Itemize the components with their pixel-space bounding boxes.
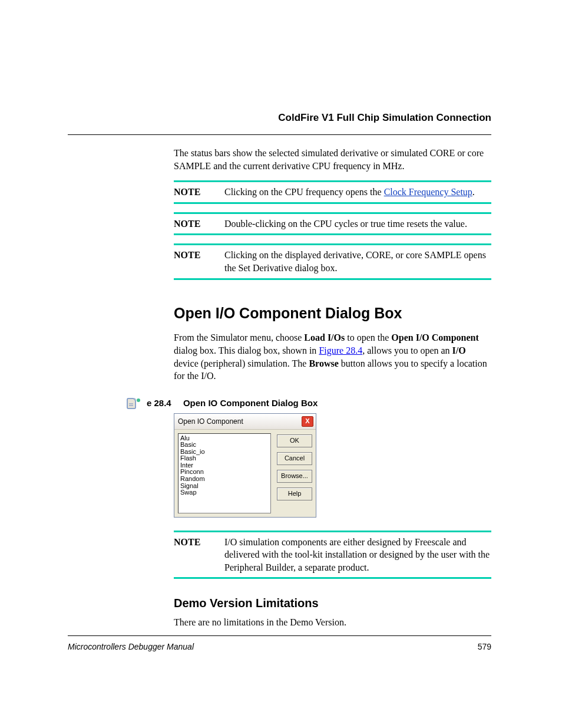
text: From the Simulator menu, choose: [174, 332, 304, 342]
figure-icon: [127, 397, 142, 410]
footer-title: Microcontrollers Debugger Manual: [68, 642, 194, 651]
note-block-4: NOTE I/O simulation components are eithe…: [174, 531, 491, 579]
footer-rule: [68, 635, 491, 636]
page-number: 579: [478, 642, 491, 651]
figure-title: Open IO Component Dialog Box: [183, 397, 318, 409]
figure-caption: e 28.4 Open IO Component Dialog Box: [127, 397, 491, 410]
svg-point-3: [137, 398, 140, 402]
list-item[interactable]: Flash: [180, 455, 269, 462]
note-block-2: NOTE Double-clicking on the CPU cycles o…: [174, 212, 491, 236]
note-block-3: NOTE Clicking on the displayed derivativ…: [174, 243, 491, 279]
open-io-dialog: Open IO Component X Alu Basic Basic_io F…: [174, 413, 316, 518]
text: dialog box. This dialog box, shown in: [174, 345, 319, 355]
main-content: The status bars show the selected simula…: [174, 147, 491, 629]
note-text: Clicking on the CPU frequency opens the …: [224, 186, 491, 199]
note-text-pre: Clicking on the CPU frequency opens the: [224, 187, 384, 197]
figure-28-4-link[interactable]: Figure 28.4: [319, 345, 362, 355]
figure-number: e 28.4: [147, 397, 171, 409]
note-label: NOTE: [174, 218, 208, 230]
component-listbox[interactable]: Alu Basic Basic_io Flash Inter Pinconn R…: [178, 433, 271, 513]
note-text: Double-clicking on the CPU cycles or tru…: [224, 218, 491, 230]
note-text-post: .: [472, 187, 475, 197]
browse-button[interactable]: Browse...: [277, 470, 312, 483]
clock-frequency-setup-link[interactable]: Clock Frequency Setup: [384, 187, 472, 197]
running-header: ColdFire V1 Full Chip Simulation Connect…: [68, 112, 491, 124]
text: to open the: [345, 332, 391, 342]
open-io-paragraph: From the Simulator menu, choose Load I/O…: [174, 331, 491, 382]
figure-block: e 28.4 Open IO Component Dialog Box Open…: [127, 397, 491, 518]
section-heading: Open I/O Component Dialog Box: [174, 304, 491, 324]
help-button[interactable]: Help: [277, 487, 312, 500]
header-rule: [68, 134, 491, 135]
text: device (peripheral) simulation. The: [174, 358, 309, 368]
dialog-title-text: Open IO Component: [178, 417, 243, 426]
demo-text: There are no limitations in the Demo Ver…: [174, 616, 491, 629]
close-button[interactable]: X: [302, 416, 313, 427]
bold-open-io-component: Open I/O Component: [391, 332, 478, 342]
dialog-titlebar: Open IO Component X: [174, 414, 316, 430]
note-block-1: NOTE Clicking on the CPU frequency opens…: [174, 180, 491, 204]
bold-io: I/O: [452, 345, 466, 355]
text: , allows you to open an: [362, 345, 452, 355]
list-item[interactable]: Swap: [180, 489, 269, 496]
note-text: Clicking on the displayed derivative, CO…: [224, 249, 491, 274]
bold-browse: Browse: [309, 358, 338, 368]
intro-paragraph: The status bars show the selected simula…: [174, 147, 491, 172]
note-text: I/O simulation components are either des…: [224, 536, 491, 574]
ok-button[interactable]: OK: [277, 434, 312, 447]
list-item[interactable]: Random: [180, 476, 269, 483]
page-footer: Microcontrollers Debugger Manual 579: [68, 635, 491, 651]
cancel-button[interactable]: Cancel: [277, 452, 312, 465]
note-label: NOTE: [174, 186, 208, 199]
note-label: NOTE: [174, 536, 208, 574]
subsection-heading: Demo Version Limitations: [174, 595, 491, 611]
note-label: NOTE: [174, 249, 208, 274]
bold-load-ios: Load I/Os: [304, 332, 345, 342]
